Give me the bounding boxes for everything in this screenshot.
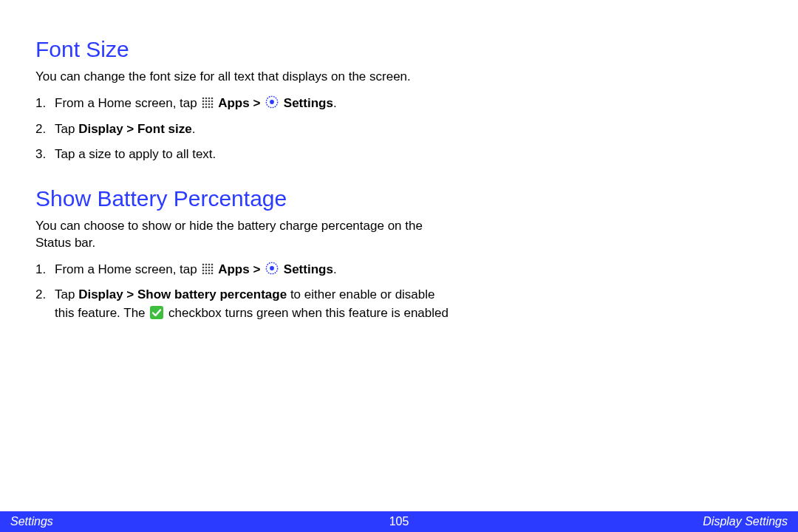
- steps-font-size: 1. From a Home screen, tap Apps >: [35, 95, 449, 164]
- gt-separator: >: [253, 262, 264, 276]
- step-number: 1.: [35, 261, 46, 279]
- svg-point-31: [205, 273, 208, 275]
- svg-point-6: [208, 100, 211, 103]
- svg-point-18: [202, 264, 205, 266]
- svg-point-17: [270, 100, 274, 105]
- settings-label: Settings: [284, 262, 333, 276]
- svg-point-20: [208, 264, 211, 266]
- svg-point-11: [211, 103, 214, 106]
- step-text: Tap: [55, 122, 78, 136]
- svg-point-1: [205, 98, 208, 100]
- intro-battery: You can choose to show or hide the batte…: [35, 218, 449, 252]
- svg-point-25: [211, 267, 214, 269]
- apps-label: Apps: [218, 262, 250, 276]
- content-column: Font Size You can change the font size f…: [35, 37, 449, 330]
- footer-page-number: 105: [0, 515, 798, 528]
- apps-label: Apps: [218, 96, 250, 110]
- step-end: .: [333, 262, 337, 276]
- gt-separator: >: [253, 96, 264, 110]
- step-bold: Display > Font size: [78, 122, 192, 136]
- step-2: 2. Tap Display > Show battery percentage…: [55, 286, 449, 322]
- svg-point-29: [211, 270, 214, 272]
- step-number: 1.: [35, 95, 46, 113]
- svg-point-4: [202, 100, 205, 103]
- svg-point-35: [270, 266, 274, 270]
- heading-battery: Show Battery Percentage: [35, 186, 449, 211]
- svg-point-14: [208, 106, 211, 109]
- intro-font-size: You can change the font size for all tex…: [35, 69, 449, 86]
- heading-font-size: Font Size: [35, 37, 449, 61]
- svg-point-12: [202, 106, 205, 109]
- svg-point-26: [202, 270, 205, 272]
- step-3: 3. Tap a size to apply to all text.: [55, 146, 449, 164]
- step-end: .: [192, 122, 196, 136]
- svg-point-21: [211, 264, 214, 266]
- document-page: Font Size You can change the font size f…: [0, 0, 798, 532]
- steps-battery: 1. From a Home screen, tap Apps: [35, 261, 449, 323]
- step-text-tail: checkbox turns green when this feature i…: [168, 306, 449, 320]
- apps-grid-icon: [202, 262, 214, 274]
- step-1: 1. From a Home screen, tap Apps >: [55, 95, 449, 113]
- svg-rect-36: [150, 306, 163, 319]
- step-text: From a Home screen, tap: [55, 262, 200, 276]
- section-battery: Show Battery Percentage You can choose t…: [35, 186, 449, 323]
- apps-grid-icon: [202, 96, 214, 108]
- checkbox-green-icon: [150, 306, 163, 319]
- svg-point-7: [211, 100, 214, 103]
- settings-label: Settings: [284, 96, 333, 110]
- step-number: 3.: [35, 146, 46, 164]
- svg-point-0: [202, 98, 205, 100]
- svg-point-24: [208, 267, 211, 269]
- svg-point-23: [205, 267, 208, 269]
- step-text: Tap: [55, 287, 78, 301]
- svg-point-30: [202, 273, 205, 275]
- svg-point-8: [202, 103, 205, 106]
- svg-point-3: [211, 98, 214, 100]
- svg-point-27: [205, 270, 208, 272]
- svg-point-10: [208, 103, 211, 106]
- svg-point-15: [211, 106, 214, 109]
- footer-right: Display Settings: [703, 515, 788, 528]
- svg-point-32: [208, 273, 211, 275]
- svg-point-5: [205, 100, 208, 103]
- step-text: From a Home screen, tap: [55, 96, 200, 110]
- svg-point-2: [208, 98, 211, 100]
- svg-point-28: [208, 270, 211, 272]
- svg-point-22: [202, 267, 205, 269]
- svg-point-19: [205, 264, 208, 266]
- svg-point-33: [211, 273, 214, 275]
- step-2: 2. Tap Display > Font size.: [55, 120, 449, 139]
- svg-point-13: [205, 106, 208, 109]
- step-bold: Display > Show battery percentage: [78, 287, 287, 301]
- step-text: Tap a size to apply to all text.: [55, 147, 216, 161]
- settings-gear-icon: [265, 95, 279, 109]
- step-number: 2.: [35, 120, 46, 139]
- settings-gear-icon: [265, 262, 279, 275]
- svg-point-9: [205, 103, 208, 106]
- page-footer: Settings 105 Display Settings: [0, 511, 798, 532]
- step-end: .: [333, 96, 337, 110]
- step-1: 1. From a Home screen, tap Apps: [55, 261, 449, 279]
- step-number: 2.: [35, 286, 46, 304]
